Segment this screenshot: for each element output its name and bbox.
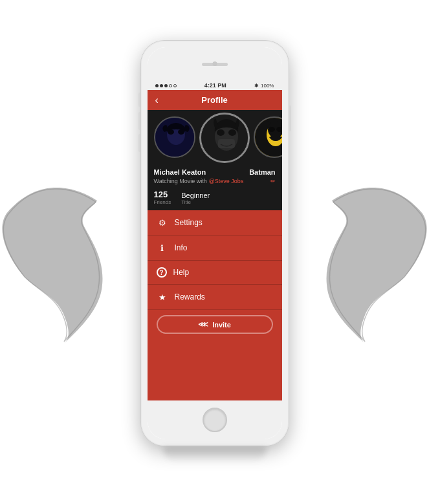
menu-section: ⚙ Settings ℹ Info ? Help ★ Rewards bbox=[148, 210, 282, 309]
help-label: Help bbox=[173, 268, 190, 277]
signal-dot-5 bbox=[173, 84, 177, 87]
bottom-bezel bbox=[148, 400, 282, 439]
page-title: Profile bbox=[155, 95, 274, 105]
svg-point-3 bbox=[178, 129, 184, 135]
avatar-2-center bbox=[199, 113, 250, 163]
bluetooth-icon: ✱ bbox=[254, 83, 259, 89]
svg-point-7 bbox=[228, 129, 236, 136]
profile-info: Michael Keaton Batman Watching Movie wit… bbox=[148, 168, 282, 210]
svg-point-12 bbox=[269, 127, 275, 132]
menu-item-rewards[interactable]: ★ Rewards bbox=[148, 285, 282, 309]
app-header: ‹ Profile bbox=[148, 90, 282, 110]
signal-dots bbox=[155, 84, 177, 87]
signal-dot-4 bbox=[169, 84, 172, 87]
friends-label: Friends bbox=[154, 199, 171, 205]
home-button[interactable] bbox=[203, 408, 227, 432]
phone-shell: 4:21 PM ✱ 100% ‹ Profile bbox=[141, 41, 289, 446]
signal-dot-2 bbox=[160, 84, 163, 87]
help-icon: ? bbox=[157, 267, 167, 278]
left-wing bbox=[0, 162, 104, 343]
status-time: 4:21 PM bbox=[204, 82, 226, 89]
real-name: Michael Keaton bbox=[154, 168, 206, 176]
status-right: ✱ 100% bbox=[254, 83, 274, 89]
friends-stat: 125 Friends bbox=[154, 190, 171, 205]
profile-names-row: Michael Keaton Batman bbox=[154, 168, 276, 176]
watching-row: Watching Movie with @Steve Jobs ✏ bbox=[154, 178, 276, 184]
watching-link[interactable]: @Steve Jobs bbox=[209, 178, 244, 184]
profile-images-row bbox=[148, 110, 282, 168]
phone-reflection bbox=[163, 447, 267, 463]
mute-button bbox=[138, 93, 140, 107]
status-bar: 4:21 PM ✱ 100% bbox=[148, 81, 282, 90]
signal-dot-1 bbox=[155, 84, 159, 87]
character-name: Batman bbox=[249, 168, 275, 176]
invite-bar: ⋘ Invite bbox=[148, 309, 282, 342]
back-button[interactable]: ‹ bbox=[155, 94, 159, 106]
svg-point-2 bbox=[168, 129, 174, 135]
avatar-3 bbox=[254, 116, 282, 158]
title-stat: Beginner Title bbox=[181, 192, 210, 205]
menu-item-settings[interactable]: ⚙ Settings bbox=[148, 210, 282, 236]
settings-icon: ⚙ bbox=[157, 217, 168, 228]
title-label: Title bbox=[181, 199, 191, 205]
signal-dot-3 bbox=[164, 84, 168, 87]
info-label: Info bbox=[175, 243, 188, 252]
phone-screen: 4:21 PM ✱ 100% ‹ Profile bbox=[148, 47, 282, 439]
menu-item-info[interactable]: ℹ Info bbox=[148, 236, 282, 261]
title-value: Beginner bbox=[181, 192, 210, 199]
power-button bbox=[289, 105, 291, 131]
edit-icon[interactable]: ✏ bbox=[270, 178, 276, 184]
battery-text: 100% bbox=[261, 83, 274, 89]
info-icon: ℹ bbox=[157, 242, 168, 254]
phone-mockup: 4:21 PM ✱ 100% ‹ Profile bbox=[141, 41, 289, 463]
menu-item-help[interactable]: ? Help bbox=[148, 261, 282, 285]
svg-rect-8 bbox=[218, 139, 235, 148]
right-wing bbox=[325, 162, 429, 343]
app-screen: ‹ Profile bbox=[148, 90, 282, 400]
invite-button[interactable]: ⋘ Invite bbox=[157, 315, 273, 334]
invite-share-icon: ⋘ bbox=[198, 320, 208, 329]
invite-label: Invite bbox=[212, 321, 231, 329]
stats-row: 125 Friends Beginner Title bbox=[154, 190, 276, 205]
rewards-icon: ★ bbox=[157, 291, 168, 303]
settings-label: Settings bbox=[175, 218, 203, 227]
rewards-label: Rewards bbox=[175, 292, 205, 301]
avatar-1 bbox=[154, 116, 195, 158]
volume-up-button bbox=[138, 112, 140, 130]
volume-down-button bbox=[138, 134, 140, 152]
svg-point-6 bbox=[217, 129, 225, 136]
watching-prefix: Watching Movie with bbox=[154, 178, 207, 184]
friends-count: 125 bbox=[154, 190, 168, 199]
front-camera bbox=[212, 61, 217, 66]
top-bezel bbox=[148, 47, 282, 81]
